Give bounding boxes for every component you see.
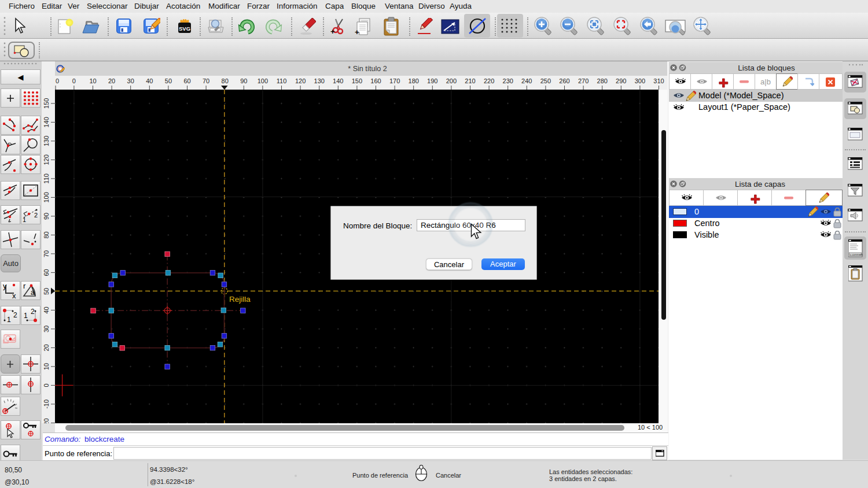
svg-text:270: 270 — [578, 77, 589, 84]
svg-text:80: 80 — [222, 77, 229, 84]
svg-text:80: 80 — [43, 231, 50, 238]
svg-text:r: r — [23, 282, 26, 290]
svg-text:70: 70 — [43, 250, 50, 257]
svg-text:Rejilla: Rejilla — [229, 295, 251, 304]
svg-text:20: 20 — [108, 77, 115, 84]
svg-text:c command: c command — [850, 253, 863, 256]
svg-text:1: 1 — [7, 316, 11, 324]
svg-text:1: 1 — [23, 216, 26, 223]
svg-text:+: + — [355, 28, 359, 36]
svg-text:110: 110 — [277, 77, 287, 84]
svg-text:260: 260 — [559, 77, 569, 84]
svg-text:130: 130 — [43, 136, 50, 146]
svg-text:240: 240 — [521, 77, 532, 84]
svg-text:110: 110 — [43, 173, 50, 184]
svg-text:40: 40 — [43, 306, 50, 313]
svg-text:250: 250 — [540, 77, 551, 84]
svg-text:160: 160 — [370, 77, 381, 84]
svg-text:150: 150 — [352, 77, 362, 84]
svg-text:310: 310 — [653, 77, 664, 84]
svg-text:290: 290 — [616, 77, 626, 84]
svg-text:180: 180 — [409, 77, 419, 84]
svg-text:60: 60 — [43, 269, 50, 276]
svg-text:2: 2 — [13, 311, 17, 319]
svg-text:0: 0 — [72, 77, 76, 84]
svg-text:90: 90 — [43, 213, 50, 220]
svg-text:40: 40 — [146, 77, 153, 84]
svg-text:280: 280 — [597, 77, 608, 84]
svg-text:-10: -10 — [43, 400, 50, 409]
svg-text:a: a — [31, 289, 35, 297]
svg-text:120: 120 — [295, 77, 306, 84]
svg-text:210: 210 — [465, 77, 475, 84]
svg-text:100: 100 — [43, 192, 50, 202]
svg-text:2: 2 — [31, 308, 35, 316]
svg-text:50: 50 — [43, 288, 50, 295]
svg-text:0: 0 — [43, 383, 50, 387]
svg-text:220: 220 — [484, 77, 494, 84]
svg-text:190: 190 — [427, 77, 437, 84]
svg-text:0: 0 — [56, 77, 59, 84]
svg-text:10: 10 — [89, 77, 96, 84]
svg-text:140: 140 — [333, 77, 343, 84]
svg-text:+: + — [330, 27, 335, 36]
svg-text:230: 230 — [503, 77, 513, 84]
svg-text:2: 2 — [34, 212, 38, 219]
svg-text:20: 20 — [43, 344, 50, 351]
svg-text:130: 130 — [314, 77, 325, 84]
svg-text:SVG: SVG — [179, 25, 190, 32]
svg-text:140: 140 — [43, 117, 50, 127]
svg-text:30: 30 — [127, 77, 134, 84]
svg-text:150: 150 — [43, 98, 50, 109]
svg-text:300: 300 — [635, 77, 645, 84]
svg-text:y: y — [3, 282, 7, 290]
svg-text:50: 50 — [165, 77, 172, 84]
svg-text:120: 120 — [43, 154, 50, 165]
svg-text:10: 10 — [43, 363, 50, 370]
svg-text:200: 200 — [446, 77, 457, 84]
svg-text:30: 30 — [43, 326, 50, 332]
svg-text:60: 60 — [183, 77, 190, 84]
svg-text:100: 100 — [258, 77, 268, 84]
svg-text:x: x — [12, 291, 16, 300]
svg-text:-20: -20 — [43, 418, 50, 423]
svg-text:90: 90 — [240, 77, 247, 84]
svg-text:1: 1 — [24, 312, 28, 320]
svg-text:170: 170 — [389, 77, 400, 84]
svg-text:70: 70 — [203, 77, 209, 84]
